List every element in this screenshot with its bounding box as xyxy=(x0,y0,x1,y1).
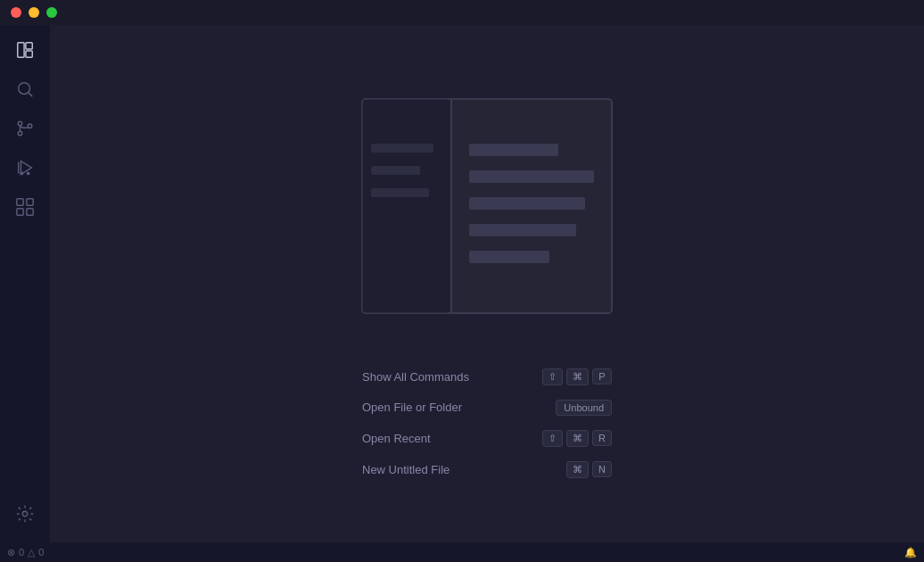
warning-icon: △ xyxy=(28,547,35,558)
activity-bar-top xyxy=(7,32,43,496)
svg-rect-0 xyxy=(18,43,24,58)
new-untitled-label: New Untitled File xyxy=(362,463,450,476)
key-n: N xyxy=(592,461,612,477)
content-area: Show All Commands ⇧ ⌘ P Open File or Fol… xyxy=(50,25,924,542)
shortcut-open-recent: Open Recent ⇧ ⌘ R xyxy=(362,430,612,447)
shortcut-new-untitled: New Untitled File ⌘ N xyxy=(362,461,612,478)
svg-rect-23 xyxy=(469,197,585,210)
key-r: R xyxy=(592,430,612,446)
key-cmd3: ⌘ xyxy=(566,461,589,478)
svg-point-12 xyxy=(27,172,30,176)
svg-rect-21 xyxy=(469,144,558,156)
sidebar-item-search[interactable] xyxy=(7,71,43,107)
status-left: ⊗ 0 △ 0 xyxy=(7,547,44,558)
sidebar-item-source-control[interactable] xyxy=(7,111,43,146)
svg-rect-15 xyxy=(17,209,23,215)
minimize-button[interactable] xyxy=(29,7,39,18)
svg-point-11 xyxy=(21,172,24,176)
maximize-button[interactable] xyxy=(46,7,57,18)
new-untitled-keys: ⌘ N xyxy=(566,461,612,478)
svg-rect-26 xyxy=(371,144,433,153)
svg-point-6 xyxy=(18,131,22,136)
open-file-keys: Unbound xyxy=(556,400,612,416)
svg-rect-19 xyxy=(362,99,451,313)
svg-rect-27 xyxy=(371,166,420,175)
activity-bar xyxy=(0,25,50,542)
open-recent-keys: ⇧ ⌘ R xyxy=(542,430,612,447)
svg-point-5 xyxy=(18,121,22,126)
open-recent-label: Open Recent xyxy=(362,432,431,445)
activity-bar-bottom xyxy=(7,496,43,535)
warning-count: 0 xyxy=(38,547,44,558)
sidebar-item-settings[interactable] xyxy=(7,496,43,532)
svg-rect-2 xyxy=(26,51,32,57)
key-unbound: Unbound xyxy=(556,400,612,416)
svg-rect-1 xyxy=(26,43,32,49)
logo-illustration xyxy=(353,90,621,326)
show-all-commands-keys: ⇧ ⌘ P xyxy=(542,368,612,385)
status-bar: ⊗ 0 △ 0 🔔 xyxy=(0,542,924,562)
show-all-commands-label: Show All Commands xyxy=(362,370,469,384)
svg-point-17 xyxy=(22,511,28,517)
svg-rect-14 xyxy=(27,199,33,205)
key-shift: ⇧ xyxy=(542,368,563,385)
svg-line-4 xyxy=(29,93,32,96)
titlebar xyxy=(0,0,924,25)
shortcuts-container: Show All Commands ⇧ ⌘ P Open File or Fol… xyxy=(362,368,612,478)
svg-point-3 xyxy=(19,83,30,95)
error-icon: ⊗ xyxy=(7,547,15,558)
sidebar-item-extensions[interactable] xyxy=(7,189,43,225)
sidebar-item-explorer[interactable] xyxy=(7,32,43,68)
svg-rect-24 xyxy=(469,224,576,236)
svg-rect-13 xyxy=(17,199,23,205)
svg-rect-28 xyxy=(371,188,429,197)
status-errors[interactable]: ⊗ 0 △ 0 xyxy=(7,547,44,558)
shortcut-show-all-commands: Show All Commands ⇧ ⌘ P xyxy=(362,368,612,385)
shortcut-open-file: Open File or Folder Unbound xyxy=(362,400,612,416)
key-cmd2: ⌘ xyxy=(566,430,589,447)
svg-rect-16 xyxy=(27,209,33,215)
key-p: P xyxy=(592,368,612,384)
main-layout: Show All Commands ⇧ ⌘ P Open File or Fol… xyxy=(0,25,924,542)
svg-rect-22 xyxy=(469,170,594,183)
open-file-label: Open File or Folder xyxy=(362,401,462,414)
close-button[interactable] xyxy=(11,7,21,18)
sidebar-item-run-debug[interactable] xyxy=(7,150,43,186)
key-shift2: ⇧ xyxy=(542,430,563,447)
bell-icon[interactable]: 🔔 xyxy=(904,547,917,558)
error-count: 0 xyxy=(19,547,24,558)
status-right: 🔔 xyxy=(904,547,917,558)
svg-rect-25 xyxy=(469,251,549,263)
key-cmd: ⌘ xyxy=(566,368,589,385)
